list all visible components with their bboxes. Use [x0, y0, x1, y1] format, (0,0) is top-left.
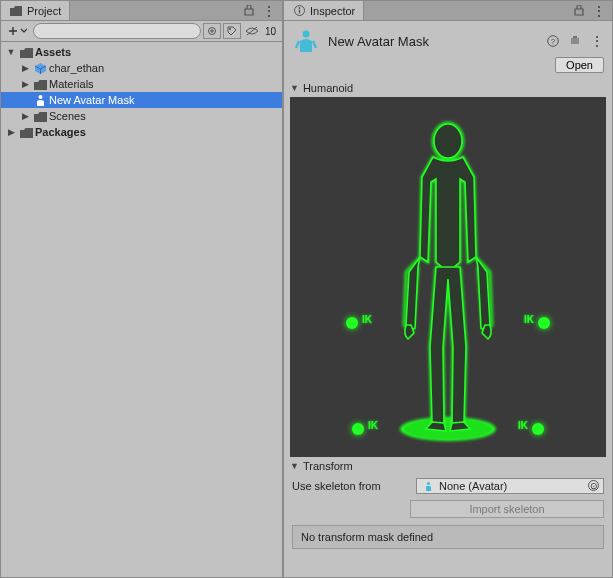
svg-point-14: [426, 481, 429, 484]
open-row: Open: [284, 57, 612, 79]
inspector-panel: Inspector ⋮ New Avatar Mask ? ⋮ Open: [283, 0, 613, 578]
svg-point-13: [434, 124, 462, 158]
folder-icon: [33, 77, 47, 91]
ik-dot-left-hand[interactable]: [346, 317, 358, 329]
hidden-toggle[interactable]: [243, 23, 261, 39]
avatar-field-text: None (Avatar): [439, 480, 507, 492]
avatar-icon: [421, 479, 435, 493]
char-ethan-label: char_ethan: [49, 62, 104, 74]
svg-point-7: [303, 31, 310, 38]
ellipsis-icon[interactable]: ⋮: [592, 4, 606, 18]
tree-materials[interactable]: ▶ Materials: [1, 76, 282, 92]
assets-label: Assets: [35, 46, 71, 58]
expand-arrow-icon: ▶: [5, 127, 17, 137]
folder-icon: [19, 125, 33, 139]
svg-point-11: [404, 419, 492, 439]
open-button[interactable]: Open: [555, 57, 604, 73]
project-tab-label: Project: [27, 5, 61, 17]
svg-text:?: ?: [551, 37, 556, 46]
tree-avatar-mask[interactable]: New Avatar Mask: [1, 92, 282, 108]
tree-assets[interactable]: ▼ Assets: [1, 44, 282, 60]
project-tree: ▼ Assets ▶ char_ethan ▶ Materials New Av…: [1, 42, 282, 577]
ik-dot-left-foot[interactable]: [352, 423, 364, 435]
ik-label: IK: [362, 314, 372, 325]
humanoid-diagram[interactable]: IK IK IK IK: [290, 97, 606, 457]
ik-label: IK: [368, 420, 378, 431]
expand-arrow-icon: ▼: [5, 47, 17, 57]
expand-arrow-icon: ▶: [19, 63, 31, 73]
inspector-tab-label: Inspector: [310, 5, 355, 17]
expand-arrow-icon: ▶: [19, 111, 31, 121]
info-icon: [292, 4, 306, 18]
chevron-down-icon: ▼: [290, 461, 299, 471]
ik-label: IK: [518, 420, 528, 431]
import-row: Import skeleton: [284, 497, 612, 521]
asset-header: New Avatar Mask ? ⋮: [284, 21, 612, 57]
humanoid-label: Humanoid: [303, 82, 353, 94]
svg-rect-6: [298, 10, 299, 14]
transform-header[interactable]: ▼ Transform: [284, 457, 612, 475]
search-wrap: [33, 23, 201, 39]
tree-char-ethan[interactable]: ▶ char_ethan: [1, 60, 282, 76]
folder-icon: [19, 45, 33, 59]
tree-scenes[interactable]: ▶ Scenes: [1, 108, 282, 124]
lock-icon[interactable]: [572, 4, 586, 18]
prefab-icon: [33, 61, 47, 75]
ellipsis-icon[interactable]: ⋮: [262, 4, 276, 18]
avatar-object-field[interactable]: None (Avatar) ⊙: [416, 478, 604, 494]
folder-icon: [33, 109, 47, 123]
no-mask-info: No transform mask defined: [292, 525, 604, 549]
project-toolbar: 10: [1, 21, 282, 42]
inspector-tab[interactable]: Inspector: [284, 1, 364, 20]
materials-label: Materials: [49, 78, 94, 90]
hidden-count: 10: [263, 26, 278, 37]
filter-label-button[interactable]: [223, 23, 241, 39]
skeleton-row: Use skeleton from None (Avatar) ⊙: [284, 475, 612, 497]
humanoid-svg: [348, 107, 548, 447]
skeleton-label: Use skeleton from: [292, 480, 410, 492]
expand-arrow-icon: ▶: [19, 79, 31, 89]
lock-icon[interactable]: [242, 4, 256, 18]
help-icon[interactable]: ?: [546, 34, 560, 48]
svg-point-5: [298, 7, 300, 9]
ellipsis-icon[interactable]: ⋮: [590, 34, 604, 48]
project-panel: Project ⋮ 10 ▼: [0, 0, 283, 578]
project-tab-bar: Project ⋮: [1, 1, 282, 21]
tree-packages[interactable]: ▶ Packages: [1, 124, 282, 140]
avatar-mask-icon: [33, 93, 47, 107]
folder-icon: [9, 4, 23, 18]
avatar-mask-icon: [292, 27, 320, 55]
preset-icon[interactable]: [568, 34, 582, 48]
scenes-label: Scenes: [49, 110, 86, 122]
ik-label: IK: [524, 314, 534, 325]
ik-dot-right-foot[interactable]: [532, 423, 544, 435]
avatar-mask-label: New Avatar Mask: [49, 94, 134, 106]
object-picker-icon[interactable]: ⊙: [588, 480, 599, 491]
import-skeleton-button: Import skeleton: [410, 500, 604, 518]
svg-point-1: [229, 28, 231, 30]
filter-type-button[interactable]: [203, 23, 221, 39]
inspector-title: New Avatar Mask: [328, 34, 538, 49]
humanoid-header[interactable]: ▼ Humanoid: [284, 79, 612, 97]
project-tab[interactable]: Project: [1, 1, 70, 20]
chevron-down-icon: ▼: [290, 83, 299, 93]
transform-label: Transform: [303, 460, 353, 472]
search-input[interactable]: [33, 23, 201, 39]
packages-label: Packages: [35, 126, 86, 138]
svg-point-3: [38, 95, 42, 99]
add-button[interactable]: [5, 23, 31, 39]
ik-dot-right-hand[interactable]: [538, 317, 550, 329]
inspector-tab-bar: Inspector ⋮: [284, 1, 612, 21]
